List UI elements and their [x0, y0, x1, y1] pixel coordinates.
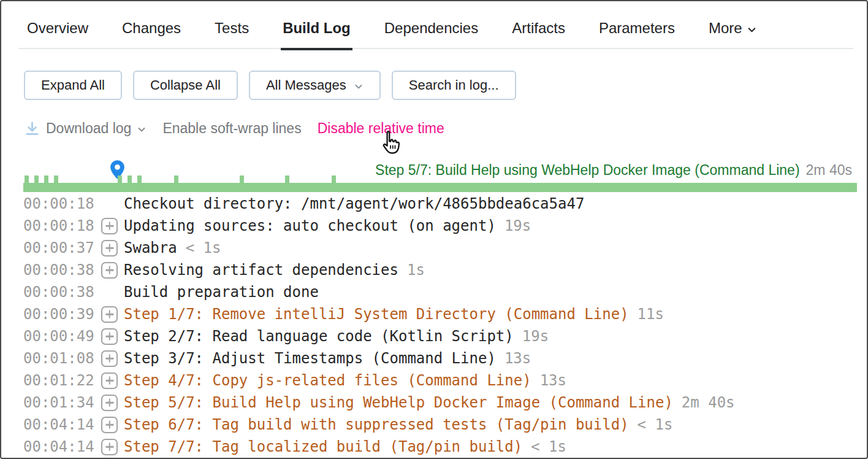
- log-timestamp: 00:00:37: [23, 239, 94, 256]
- log-message: Step 7/7: Tag localized build (Tag/pin b…: [124, 438, 522, 455]
- timeline-tick: [285, 176, 289, 183]
- expand-all-button[interactable]: Expand All: [24, 71, 122, 100]
- expand-toggle-icon[interactable]: [101, 350, 118, 367]
- log-row: 00:00:39 Step 1/7: Remove intelliJ Syste…: [1, 303, 867, 325]
- tab-build-log[interactable]: Build Log: [283, 9, 351, 50]
- log-duration: 13s: [504, 350, 531, 367]
- log-duration: < 1s: [186, 239, 221, 256]
- log-timestamp: 00:04:14: [23, 438, 94, 455]
- tab-tests[interactable]: Tests: [215, 9, 249, 50]
- chevron-down-icon: [354, 82, 364, 91]
- pointer-cursor-icon: [376, 128, 403, 156]
- build-log-page: Overview Changes Tests Build Log Depende…: [0, 0, 868, 459]
- log-message: Build preparation done: [124, 284, 319, 301]
- tab-parameters[interactable]: Parameters: [599, 9, 675, 50]
- log-row: 00:00:37 Swabra < 1s: [1, 237, 867, 259]
- log-timestamp: 00:01:08: [23, 350, 94, 367]
- tab-label: Parameters: [599, 20, 675, 37]
- log-duration: < 1s: [638, 416, 673, 433]
- search-in-log-label: Search in log...: [409, 77, 499, 93]
- download-icon: [24, 120, 40, 137]
- log-timestamp: 00:00:39: [23, 306, 94, 323]
- expand-all-label: Expand All: [41, 77, 105, 93]
- tab-artifacts[interactable]: Artifacts: [512, 9, 565, 50]
- timeline-tick: [25, 176, 29, 183]
- log-row: 00:01:34 Step 5/7: Build Help using WebH…: [1, 392, 867, 414]
- log-row: 00:04:14 Step 6/7: Tag build with suppre…: [1, 414, 867, 436]
- timeline-tick: [118, 176, 122, 183]
- log-duration: 19s: [522, 328, 549, 345]
- log-toolbar: Expand All Collapse All All Messages Sea…: [24, 71, 867, 100]
- log-duration: 19s: [504, 217, 531, 234]
- timeline-tick: [137, 176, 142, 183]
- log-row: 00:01:22 Step 4/7: Copy js-related files…: [1, 369, 867, 392]
- timeline-tick: [240, 176, 244, 183]
- tab-dependencies[interactable]: Dependencies: [384, 9, 478, 50]
- expand-toggle-icon[interactable]: [101, 439, 118, 455]
- log-message: Step 5/7: Build Help using WebHelp Docke…: [124, 394, 673, 411]
- download-log-dropdown[interactable]: Download log: [24, 120, 147, 137]
- expand-toggle-icon[interactable]: [101, 328, 118, 345]
- tab-label: Changes: [122, 20, 181, 37]
- current-step-text: Step 5/7: Build Help using WebHelp Docke…: [375, 162, 799, 178]
- log-message: Step 4/7: Copy js-related files (Command…: [124, 372, 531, 389]
- expand-toggle-icon[interactable]: [101, 262, 118, 279]
- collapse-all-label: Collapse All: [150, 77, 221, 93]
- tab-more[interactable]: More: [709, 9, 757, 50]
- messages-filter-dropdown[interactable]: All Messages: [249, 71, 381, 100]
- log-timestamp: 00:00:18: [23, 195, 94, 212]
- log-message: Resolving artifact dependencies: [124, 261, 398, 279]
- log-timestamp: 00:01:22: [23, 372, 94, 389]
- log-timestamp: 00:00:49: [23, 328, 94, 345]
- log-message: Step 2/7: Read language code (Kotlin Scr…: [124, 328, 514, 345]
- log-message: Step 3/7: Adjust Timestamps (Command Lin…: [124, 350, 496, 367]
- build-timeline: Step 5/7: Build Help using WebHelp Docke…: [1, 158, 867, 193]
- timeline-tick: [128, 176, 132, 183]
- log-timestamp: 00:04:14: [23, 416, 94, 433]
- log-timestamp: 00:01:34: [23, 394, 94, 411]
- download-log-label: Download log: [46, 120, 131, 137]
- log-row: 00:00:38 Resolving artifact dependencies…: [1, 259, 867, 281]
- log-row: 00:00:18 Updating sources: auto checkout…: [1, 215, 867, 237]
- chevron-down-icon: [137, 125, 147, 134]
- timeline-tick: [44, 176, 48, 183]
- timeline-tick: [54, 176, 58, 183]
- tab-label: Dependencies: [384, 20, 478, 37]
- log-duration: 1s: [407, 261, 425, 279]
- tab-label: Tests: [215, 20, 249, 37]
- log-row: 00:01:08 Step 3/7: Adjust Timestamps (Co…: [1, 347, 867, 369]
- log-message: Step 1/7: Remove intelliJ System Directo…: [124, 306, 629, 323]
- expand-toggle-icon[interactable]: [101, 240, 118, 256]
- tab-label: Build Log: [283, 20, 351, 37]
- expand-toggle-icon[interactable]: [101, 417, 118, 433]
- tab-changes[interactable]: Changes: [122, 9, 181, 50]
- tab-label: Overview: [27, 20, 88, 37]
- search-in-log-button[interactable]: Search in log...: [392, 71, 516, 100]
- timeline-tick: [332, 176, 336, 183]
- expand-toggle-icon[interactable]: [101, 306, 118, 323]
- tab-label: Artifacts: [512, 20, 565, 37]
- current-step-label: Step 5/7: Build Help using WebHelp Docke…: [375, 162, 852, 179]
- chevron-down-icon: [747, 25, 757, 35]
- build-log-list: 00:00:18 Checkout directory: /mnt/agent/…: [1, 193, 867, 458]
- log-timestamp: 00:00:38: [23, 284, 94, 301]
- log-message: Checkout directory: /mnt/agent/work/4865…: [124, 195, 584, 212]
- log-actions-row: Download log Enable soft-wrap lines Disa…: [24, 118, 867, 138]
- collapse-all-button[interactable]: Collapse All: [133, 71, 238, 100]
- expand-toggle-icon[interactable]: [101, 218, 118, 234]
- messages-filter-label: All Messages: [266, 77, 346, 93]
- expand-toggle-icon[interactable]: [101, 372, 118, 389]
- log-message: Step 6/7: Tag build with suppressed test…: [124, 416, 629, 433]
- log-row: 00:00:18 Checkout directory: /mnt/agent/…: [1, 193, 867, 215]
- timeline-bar[interactable]: [23, 183, 857, 192]
- log-message: Updating sources: auto checkout (on agen…: [124, 217, 496, 234]
- log-row: 00:00:49 Step 2/7: Read language code (K…: [1, 325, 867, 347]
- log-timestamp: 00:00:38: [23, 261, 94, 279]
- tab-overview[interactable]: Overview: [27, 9, 88, 50]
- expand-toggle-icon[interactable]: [101, 395, 118, 411]
- timeline-tick: [174, 176, 178, 183]
- log-duration: 11s: [638, 306, 664, 323]
- timeline-tick: [34, 176, 39, 183]
- soft-wrap-toggle-link[interactable]: Enable soft-wrap lines: [162, 120, 301, 137]
- tab-bar: Overview Changes Tests Build Log Depende…: [1, 1, 867, 49]
